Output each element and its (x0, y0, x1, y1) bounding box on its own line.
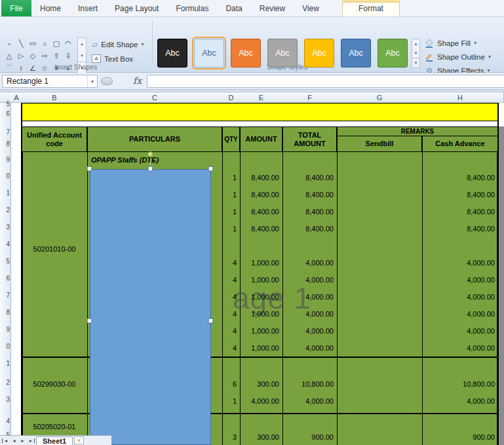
header-particulars[interactable]: PARTICULARS (87, 126, 222, 152)
gallery-down-icon[interactable]: ▾ (78, 50, 86, 62)
cell-cash[interactable]: 10,800.00 (422, 376, 498, 393)
rotate-handle[interactable] (147, 151, 153, 157)
row-header[interactable]: 8 (0, 140, 10, 149)
cell-cash[interactable]: 8,400.00 (422, 220, 498, 237)
cell-qty[interactable]: 1 (222, 203, 240, 220)
cell-total[interactable]: 4,000.00 (282, 305, 337, 322)
next-sheet-button[interactable]: ► (19, 438, 26, 443)
column-header-A[interactable]: A (11, 92, 22, 103)
cell-amount[interactable]: 1,000.00 (240, 271, 282, 288)
cell-cash[interactable]: 4,000.00 (422, 339, 498, 357)
row-header[interactable]: 2 (0, 379, 10, 387)
row-header[interactable]: 1 (0, 189, 10, 198)
rectangle-icon[interactable]: ▭ (27, 37, 39, 50)
cell-qty[interactable]: 1 (222, 393, 240, 410)
styles-up-icon[interactable]: ▴ (412, 39, 419, 48)
resize-handle-top-left[interactable] (87, 166, 92, 171)
row-header[interactable]: 4 (0, 417, 10, 426)
row-header[interactable]: 6 (0, 275, 10, 283)
tab-format[interactable]: Format (342, 0, 400, 16)
header-cash-advance[interactable]: Cash Advance (422, 136, 498, 152)
insert-function-button[interactable]: fx (133, 75, 142, 86)
tab-insert[interactable]: Insert (69, 0, 106, 16)
column-header-E[interactable]: E (240, 92, 283, 103)
row-header[interactable]: 1 (0, 360, 10, 368)
column-header-B[interactable]: B (22, 92, 88, 103)
row-header[interactable]: 4 (0, 241, 10, 249)
arrow-right-icon[interactable]: ⇨ (39, 50, 50, 62)
column-header-F[interactable]: F (282, 92, 338, 103)
edit-shape-button[interactable]: ▱ Edit Shape ▾ (89, 37, 147, 51)
name-box-dropdown-icon[interactable]: ▾ (87, 75, 97, 87)
resize-handle-top-center[interactable] (148, 166, 153, 171)
arc-icon[interactable]: ◠ (62, 37, 74, 50)
row-header[interactable]: 9 (0, 326, 10, 334)
row-header[interactable]: 6 (0, 110, 10, 119)
cell-amount[interactable]: 1,000.00 (240, 254, 282, 271)
cell-amount[interactable]: 300.00 (240, 376, 282, 393)
cell-cash[interactable]: 4,000.00 (422, 254, 498, 271)
style-light-blue[interactable]: Abc (194, 39, 224, 68)
column-header-D[interactable]: D (222, 92, 241, 103)
row-header[interactable]: 3 (0, 396, 10, 404)
column-header-G[interactable]: G (337, 92, 423, 103)
account-code-cell[interactable]: 50205020-01 (22, 423, 87, 431)
row-header[interactable]: 0 (0, 172, 10, 181)
cell-qty[interactable]: 4 (222, 322, 240, 339)
style-gold[interactable]: Abc (304, 39, 334, 68)
cell-amount[interactable]: 1,000.00 (240, 288, 282, 305)
blank-row[interactable] (22, 121, 498, 126)
ellipse-icon[interactable]: ○ (39, 37, 50, 50)
arrow-down-icon[interactable]: ⇩ (62, 50, 74, 62)
tab-formulas[interactable]: Formulas (167, 0, 217, 16)
cell-qty[interactable]: 4 (222, 254, 240, 271)
row-header[interactable]: 7 (0, 292, 10, 300)
cell-amount[interactable]: 300.00 (240, 430, 282, 445)
cell-total[interactable]: 8,400.00 (282, 220, 337, 237)
style-green[interactable]: Abc (378, 39, 408, 68)
name-box[interactable]: Rectangle 1 ▾ (2, 75, 98, 88)
highlight-row[interactable] (22, 103, 498, 121)
formula-input[interactable] (147, 75, 504, 88)
rounded-rectangle-icon[interactable]: ▢ (50, 37, 62, 50)
style-orange[interactable]: Abc (231, 39, 261, 68)
cell-total[interactable]: 8,400.00 (282, 186, 337, 203)
row-header[interactable]: 5 (0, 258, 10, 266)
triangle-icon[interactable]: △ (3, 50, 15, 62)
cell-total[interactable]: 4,000.00 (282, 271, 337, 288)
cell-cash[interactable]: 900.00 (422, 430, 498, 445)
cell-amount[interactable]: 1,000.00 (240, 339, 282, 357)
select-shape-icon[interactable]: ▫ (3, 37, 15, 50)
cell-total[interactable]: 4,000.00 (282, 288, 337, 305)
tab-home[interactable]: Home (31, 0, 69, 16)
rectangle-shape[interactable] (90, 169, 211, 445)
cell-qty[interactable]: 4 (222, 271, 240, 288)
account-code-cell[interactable]: 50201010-00 (22, 245, 87, 253)
right-triangle-icon[interactable]: ▷ (15, 50, 27, 62)
cell-amount[interactable]: 1,000.00 (240, 305, 282, 322)
header-qty[interactable]: QTY (222, 126, 240, 152)
column-header-partial[interactable] (498, 92, 504, 103)
cell-qty[interactable]: 1 (222, 186, 240, 203)
column-header-C[interactable]: C (87, 92, 223, 103)
sheet-tab-sheet1[interactable]: Sheet1 (36, 436, 73, 445)
cell-amount[interactable]: 4,000.00 (240, 393, 282, 410)
header-account-code[interactable]: Unified Account code (22, 126, 87, 152)
cell-qty[interactable]: 3 (222, 430, 240, 445)
row-header[interactable]: 5 (0, 100, 10, 109)
cell-cash[interactable]: 4,000.00 (422, 322, 498, 339)
diamond-icon[interactable]: ◇ (27, 50, 39, 62)
line-icon[interactable]: ╲ (15, 37, 27, 50)
row-header[interactable]: 9 (0, 156, 10, 164)
cell-amount[interactable]: 8,400.00 (240, 203, 282, 220)
cell-qty[interactable]: 4 (222, 339, 240, 357)
previous-sheet-button[interactable]: ◄ (10, 438, 18, 443)
cell-amount[interactable]: 8,400.00 (240, 186, 282, 203)
tab-file[interactable]: File (1, 0, 31, 16)
cell-qty[interactable]: 4 (222, 305, 240, 322)
resize-handle-middle-left[interactable] (87, 319, 92, 323)
shape-outline-button[interactable]: Shape Outline ▾ (425, 50, 491, 63)
cell-cash[interactable]: 4,000.00 (422, 271, 498, 288)
cell-amount[interactable]: 8,400.00 (240, 169, 282, 186)
cell-cash[interactable]: 4,000.00 (422, 305, 498, 322)
